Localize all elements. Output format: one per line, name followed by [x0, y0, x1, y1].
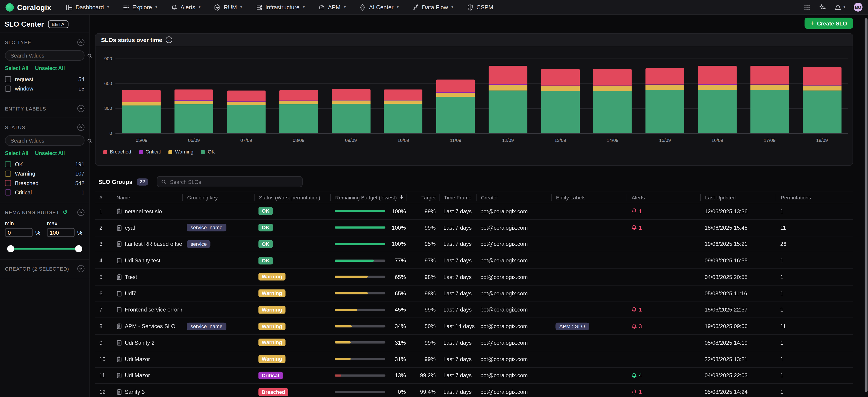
slo-name-cell[interactable]: Udi Sanity 2 — [112, 339, 182, 346]
table-row-12[interactable]: 12 Sanity 3 Breached 0% 99.4% Last 7 day… — [95, 384, 853, 397]
column-header-status-worst-permutation-[interactable]: Status (Worst permutation) — [254, 194, 330, 201]
table-row-3[interactable]: 3 Itai test RR based offset service OK 1… — [95, 236, 853, 252]
nav-item-infrastructure[interactable]: Infrastructure▾ — [255, 4, 305, 11]
column-header-remaining-budget-lowest-[interactable]: Remaining Budget (lowest) — [330, 194, 406, 201]
slo-name-cell[interactable]: eyal — [112, 225, 182, 231]
page-scrollbar[interactable] — [864, 18, 867, 396]
column-header-grouping-key[interactable]: Grouping key — [182, 194, 254, 201]
slo-name-cell[interactable]: Udi7 — [112, 291, 182, 297]
bar-16-09[interactable] — [698, 66, 737, 133]
column-header-permutations[interactable]: Permutations — [776, 194, 853, 201]
alert-bell-icon[interactable]: 1 — [631, 389, 642, 395]
checkbox[interactable] — [5, 189, 11, 195]
bar-18-09[interactable] — [803, 67, 841, 133]
slo-search-input[interactable] — [169, 178, 298, 185]
nav-item-cspm[interactable]: CSPM — [466, 4, 493, 11]
slo-name-cell[interactable]: APM - Services SLO — [112, 323, 182, 329]
alert-bell-icon[interactable]: 4 — [631, 372, 642, 379]
sort-descending-icon[interactable] — [399, 194, 403, 201]
slo-search[interactable] — [157, 176, 302, 187]
slo-name-cell[interactable]: Itai test RR based offset — [112, 241, 182, 247]
legend-item-critical[interactable]: Critical — [139, 149, 161, 155]
table-row-10[interactable]: 10 Udi Mazor Warning 31% 99% Last 7 days… — [95, 351, 853, 367]
slider-handle-min[interactable] — [7, 245, 14, 252]
slo-name-cell[interactable]: Sanity 3 — [112, 389, 182, 395]
unselect-all-link[interactable]: Unselect All — [35, 150, 65, 156]
collapse-icon[interactable] — [77, 124, 85, 131]
select-all-link[interactable]: Select All — [5, 150, 28, 156]
max-budget-input[interactable] — [47, 228, 74, 237]
checkbox[interactable] — [5, 86, 11, 92]
sparkles-icon[interactable] — [819, 4, 827, 11]
checkbox[interactable] — [5, 76, 11, 82]
collapse-icon[interactable] — [77, 209, 85, 216]
bar-15-09[interactable] — [646, 68, 684, 133]
alert-bell-icon[interactable]: 1 — [631, 208, 642, 214]
expand-icon[interactable] — [77, 265, 85, 272]
expand-icon[interactable] — [77, 105, 85, 112]
column-header-last-updated[interactable]: Last Updated — [700, 194, 776, 201]
column-header-creator[interactable]: Creator — [476, 194, 551, 201]
table-row-1[interactable]: 1 netanel test slo OK 100% 99% Last 7 da… — [95, 203, 853, 220]
apps-grid-icon[interactable] — [804, 4, 811, 11]
unselect-all-link[interactable]: Unselect All — [35, 65, 65, 71]
column-header-time-frame[interactable]: Time Frame — [439, 194, 476, 201]
bar-12-09[interactable] — [489, 66, 527, 133]
slo-name-cell[interactable]: Udi Mazor — [112, 372, 182, 378]
bar-13-09[interactable] — [541, 69, 580, 133]
alert-bell-icon[interactable]: 1 — [631, 224, 642, 231]
bar-10-09[interactable] — [384, 89, 423, 133]
column-header-entity-labels[interactable]: Entity Labels — [551, 194, 627, 201]
reset-icon[interactable]: ↺ — [63, 209, 68, 216]
legend-item-ok[interactable]: OK — [201, 149, 215, 155]
table-row-8[interactable]: 8 APM - Services SLO service_name Warnin… — [95, 318, 853, 335]
checkbox[interactable] — [5, 161, 11, 167]
bar-09-09[interactable] — [332, 89, 370, 133]
alert-bell-icon[interactable]: 1 — [631, 306, 642, 313]
collapse-icon[interactable] — [77, 39, 85, 46]
column-header-name[interactable]: Name — [112, 194, 182, 201]
column-header-alerts[interactable]: Alerts — [627, 194, 700, 201]
table-row-11[interactable]: 11 Udi Mazor Critical 13% 99.2% Last 7 d… — [95, 367, 853, 384]
table-row-5[interactable]: 5 Ttest Warning 65% 98% Last 7 days bot@… — [95, 269, 853, 285]
bar-14-09[interactable] — [593, 69, 632, 133]
status-search-input[interactable] — [9, 137, 84, 144]
scrollbar-thumb[interactable] — [864, 18, 867, 392]
table-row-6[interactable]: 6 Udi7 Warning 65% 98% Last 7 days bot@c… — [95, 285, 853, 302]
slo-name-cell[interactable]: Frontend service error rate — [112, 307, 182, 313]
legend-item-warning[interactable]: Warning — [168, 149, 193, 155]
bar-11-09[interactable] — [436, 80, 475, 133]
nav-item-apm[interactable]: APM▾ — [318, 4, 346, 11]
nav-item-explore[interactable]: Explore▾ — [122, 4, 157, 11]
status-search[interactable] — [5, 135, 85, 146]
alert-bell-icon[interactable]: 3 — [631, 323, 642, 330]
column-header-target[interactable]: Target — [406, 194, 439, 201]
info-icon[interactable]: i — [165, 36, 172, 43]
nav-item-data-flow[interactable]: Data Flow▾ — [412, 4, 453, 11]
table-row-2[interactable]: 2 eyal service_name OK 100% 99% Last 7 d… — [95, 220, 853, 236]
checkbox[interactable] — [5, 180, 11, 186]
bar-08-09[interactable] — [279, 90, 318, 133]
bar-05-09[interactable] — [122, 90, 161, 133]
bar-07-09[interactable] — [227, 91, 266, 133]
min-budget-input[interactable] — [5, 228, 32, 237]
nav-item-rum[interactable]: RUM▾ — [214, 4, 242, 11]
table-row-7[interactable]: 7 Frontend service error rate Warning 45… — [95, 302, 853, 318]
nav-item-dashboard[interactable]: Dashboard▾ — [65, 4, 109, 11]
select-all-link[interactable]: Select All — [5, 65, 28, 71]
slo-name-cell[interactable]: Ttest — [112, 274, 182, 280]
brand-logo[interactable]: Coralogix — [5, 3, 51, 11]
column-header--[interactable]: # — [95, 194, 112, 201]
slo-type-search-input[interactable] — [9, 52, 84, 59]
create-slo-button[interactable]: + Create SLO — [804, 18, 853, 29]
slider-handle-max[interactable] — [75, 245, 82, 252]
avatar[interactable]: BO — [854, 3, 863, 11]
checkbox[interactable] — [5, 171, 11, 177]
slo-name-cell[interactable]: Udi Sanity test — [112, 257, 182, 264]
budget-range-slider[interactable] — [7, 245, 82, 252]
slo-name-cell[interactable]: Udi Mazor — [112, 356, 182, 362]
legend-item-breached[interactable]: Breached — [103, 149, 131, 155]
bar-06-09[interactable] — [175, 89, 213, 133]
slo-type-search[interactable] — [5, 50, 85, 61]
nav-item-ai-center[interactable]: AI Center▾ — [359, 4, 399, 11]
